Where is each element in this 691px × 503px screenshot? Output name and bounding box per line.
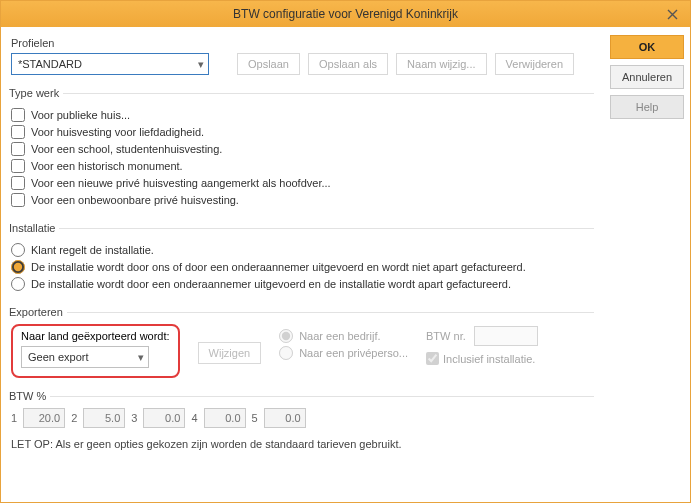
btw-rate-2[interactable]: 5.0 (83, 408, 125, 428)
install-option-label: De installatie wordt door ons of door ee… (31, 261, 526, 273)
worktype-item[interactable]: Voor een onbewoonbare privé huisvesting. (11, 193, 594, 207)
btw-rate-3[interactable]: 0.0 (143, 408, 185, 428)
worktype-item-label: Voor een historisch monument. (31, 160, 183, 172)
btw-index: 4 (191, 412, 197, 424)
btw-index: 5 (252, 412, 258, 424)
btw-index: 2 (71, 412, 77, 424)
main-panel: Profielen *STANDARD ▾ Opslaan Opslaan al… (1, 27, 604, 502)
worktype-item-label: Voor een school, studentenhuisvesting. (31, 143, 222, 155)
worktype-item-label: Voor een onbewoonbare privé huisvesting. (31, 194, 239, 206)
delete-button[interactable]: Verwijderen (495, 53, 574, 75)
worktype-item-label: Voor publieke huis... (31, 109, 130, 121)
btw-legend: BTW % (9, 390, 50, 402)
close-icon (667, 9, 678, 20)
export-country-value: Geen export (28, 351, 89, 363)
export-fieldset: Exporteren Naar land geëxporteerd wordt:… (11, 306, 594, 378)
btw-rates-row: 120.0 25.0 30.0 40.0 50.0 (11, 408, 594, 428)
profiles-label: Profielen (11, 37, 594, 49)
btw-rate-1[interactable]: 20.0 (23, 408, 65, 428)
export-legend: Exporteren (9, 306, 67, 318)
worktype-item[interactable]: Voor een nieuwe privé huisvesting aangem… (11, 176, 594, 190)
include-install-label: Inclusief installatie. (443, 353, 535, 365)
profiles-toolbar: Opslaan Opslaan als Naam wijzig... Verwi… (237, 53, 574, 75)
export-target-label: Naar een privéperso... (299, 347, 408, 359)
export-target-option[interactable]: Naar een bedrijf. (279, 329, 408, 343)
worktype-item-label: Voor huisvesting voor liefdadigheid. (31, 126, 204, 138)
dialog-body: Profielen *STANDARD ▾ Opslaan Opslaan al… (1, 27, 690, 502)
worktype-checkbox[interactable] (11, 176, 25, 190)
profiles-row: *STANDARD ▾ Opslaan Opslaan als Naam wij… (11, 53, 594, 75)
worktype-item-label: Voor een nieuwe privé huisvesting aangem… (31, 177, 331, 189)
install-radio[interactable] (11, 243, 25, 257)
export-country-label: Naar land geëxporteerd wordt: (21, 330, 170, 342)
vat-number-field[interactable] (474, 326, 538, 346)
export-target-radio[interactable] (279, 329, 293, 343)
btw-index: 1 (11, 412, 17, 424)
close-button[interactable] (654, 1, 690, 27)
btw-index: 3 (131, 412, 137, 424)
install-option[interactable]: De installatie wordt door ons of door ee… (11, 260, 594, 274)
footer-note: LET OP: Als er geen opties gekozen zijn … (11, 438, 594, 450)
btw-rate-5[interactable]: 0.0 (264, 408, 306, 428)
side-panel: OK Annuleren Help (604, 27, 690, 502)
worktype-legend: Type werk (9, 87, 63, 99)
profiles-select[interactable]: *STANDARD ▾ (11, 53, 209, 75)
export-target-label: Naar een bedrijf. (299, 330, 380, 342)
install-option-label: De installatie wordt door een onderaanne… (31, 278, 511, 290)
help-button[interactable]: Help (610, 95, 684, 119)
install-legend: Installatie (9, 222, 59, 234)
change-button[interactable]: Wijzigen (198, 342, 262, 364)
worktype-checkbox[interactable] (11, 125, 25, 139)
worktype-item[interactable]: Voor een school, studentenhuisvesting. (11, 142, 594, 156)
install-option[interactable]: De installatie wordt door een onderaanne… (11, 277, 594, 291)
export-highlight: Naar land geëxporteerd wordt: Geen expor… (11, 324, 180, 378)
install-fieldset: Installatie Klant regelt de installatie.… (11, 222, 594, 294)
install-option[interactable]: Klant regelt de installatie. (11, 243, 594, 257)
worktype-fieldset: Type werk Voor publieke huis... Voor hui… (11, 87, 594, 210)
chevron-down-icon: ▾ (198, 58, 204, 71)
install-radio[interactable] (11, 260, 25, 274)
export-target-group: Naar een bedrijf. Naar een privéperso... (279, 324, 408, 363)
window-title: BTW configuratie voor Verenigd Koninkrij… (233, 7, 458, 21)
ok-button[interactable]: OK (610, 35, 684, 59)
worktype-checkbox[interactable] (11, 159, 25, 173)
worktype-item[interactable]: Voor een historisch monument. (11, 159, 594, 173)
chevron-down-icon: ▾ (138, 351, 144, 364)
export-target-radio[interactable] (279, 346, 293, 360)
rename-button[interactable]: Naam wijzig... (396, 53, 486, 75)
include-install-checkbox[interactable] (426, 352, 439, 365)
vat-number-label: BTW nr. (426, 330, 466, 342)
export-change-wrap: Wijzigen (198, 324, 262, 364)
worktype-item[interactable]: Voor huisvesting voor liefdadigheid. (11, 125, 594, 139)
save-as-button[interactable]: Opslaan als (308, 53, 388, 75)
export-target-option[interactable]: Naar een privéperso... (279, 346, 408, 360)
export-row: Naar land geëxporteerd wordt: Geen expor… (11, 324, 594, 378)
worktype-checkbox[interactable] (11, 193, 25, 207)
btw-fieldset: BTW % 120.0 25.0 30.0 40.0 50.0 (11, 390, 594, 428)
worktype-item[interactable]: Voor publieke huis... (11, 108, 594, 122)
titlebar: BTW configuratie voor Verenigd Koninkrij… (1, 1, 690, 27)
profiles-select-value: *STANDARD (18, 58, 82, 70)
export-country-select[interactable]: Geen export ▾ (21, 346, 149, 368)
btw-rate-4[interactable]: 0.0 (204, 408, 246, 428)
export-vat-group: BTW nr. Inclusief installatie. (426, 324, 538, 365)
cancel-button[interactable]: Annuleren (610, 65, 684, 89)
save-button[interactable]: Opslaan (237, 53, 300, 75)
dialog-window: BTW configuratie voor Verenigd Koninkrij… (0, 0, 691, 503)
worktype-checkbox[interactable] (11, 108, 25, 122)
install-radio[interactable] (11, 277, 25, 291)
install-option-label: Klant regelt de installatie. (31, 244, 154, 256)
worktype-checkbox[interactable] (11, 142, 25, 156)
